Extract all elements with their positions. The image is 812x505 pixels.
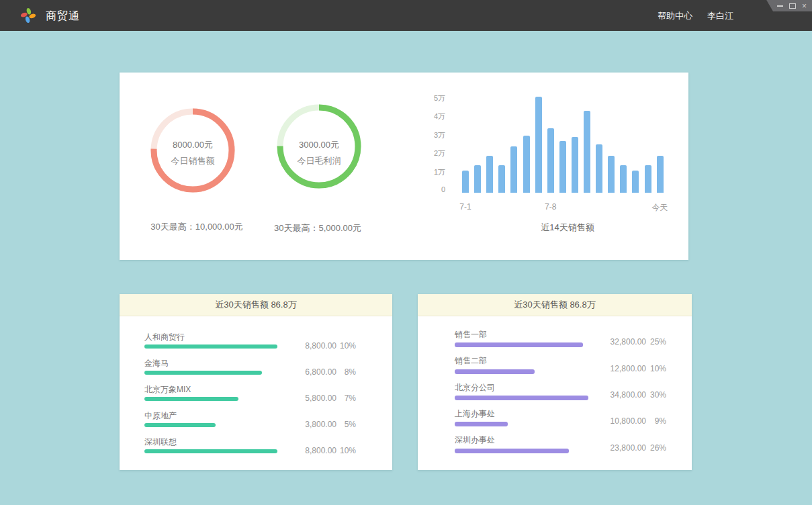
sales-14d-chart-title: 近14天销售额	[541, 222, 594, 234]
row-bar	[144, 345, 277, 349]
daily-sales-bar	[523, 136, 530, 193]
row-percent: 10%	[326, 446, 356, 455]
row-bar	[455, 369, 535, 374]
window-controls: ×	[772, 0, 812, 11]
minimize-icon[interactable]	[777, 5, 783, 7]
row-label: 上海办事处	[455, 408, 495, 420]
row-label: 北京万象MIX	[144, 384, 191, 396]
row-percent: 25%	[637, 337, 666, 347]
y-axis-tick-label: 1万	[418, 167, 445, 177]
top-customers-card-title: 近30天销售额 86.8万	[120, 294, 392, 316]
row-percent: 10%	[326, 341, 356, 351]
daily-sales-bar	[559, 141, 566, 193]
daily-sales-bar	[620, 165, 627, 193]
row-bar	[455, 342, 583, 347]
y-axis-tick-label: 4万	[418, 111, 445, 122]
today-sales-value: 8000.00元	[126, 140, 260, 150]
daily-sales-bar	[498, 165, 505, 193]
row-label: 深圳办事处	[455, 434, 495, 446]
today-profit-value: 3000.00元	[252, 140, 386, 150]
daily-sales-bar	[462, 171, 469, 193]
top-departments-card: 近30天销售额 86.8万 销售一部32,800.0025%销售二部12,800…	[418, 294, 692, 470]
row-bar	[455, 396, 588, 400]
row-percent: 9%	[637, 416, 666, 426]
x-axis-tick-label: 7-8	[545, 202, 556, 212]
y-axis-tick-label: 5万	[418, 93, 445, 103]
daily-sales-bar	[474, 165, 481, 193]
y-axis-tick-label: 2万	[418, 148, 445, 158]
row-percent: 7%	[326, 394, 356, 403]
row-bar	[144, 449, 277, 453]
row-label: 人和商贸行	[144, 332, 185, 343]
row-label: 销售二部	[455, 355, 487, 367]
daily-sales-bar	[632, 171, 639, 193]
today-overview-card: 8000.00元 今日销售额 30天最高：10,000.00元 3000.00元…	[120, 73, 688, 260]
y-axis-tick-label: 0	[418, 185, 445, 193]
app-title: 商贸通	[46, 9, 80, 24]
row-bar	[144, 397, 238, 401]
app-logo-icon	[20, 7, 36, 24]
x-axis-tick-label: 今天	[652, 202, 668, 214]
row-label: 深圳联想	[144, 437, 177, 448]
row-label: 中原地产	[144, 410, 177, 422]
daily-sales-bar	[547, 128, 554, 193]
daily-sales-bar	[584, 111, 590, 193]
titlebar: 商贸通 帮助中心 李白江 ×	[0, 0, 812, 31]
close-icon[interactable]: ×	[802, 2, 807, 10]
profit-30d-max-caption: 30天最高：5,000.00元	[230, 222, 405, 234]
x-axis-tick-label: 7-1	[459, 202, 471, 212]
daily-sales-bar	[645, 165, 651, 193]
row-percent: 30%	[637, 390, 666, 400]
row-label: 销售一部	[455, 329, 487, 340]
row-percent: 5%	[326, 420, 356, 429]
top-departments-card-title: 近30天销售额 86.8万	[418, 294, 692, 316]
help-center-link[interactable]: 帮助中心	[658, 10, 692, 22]
row-percent: 10%	[637, 364, 666, 373]
daily-sales-bar	[572, 137, 578, 193]
row-percent: 26%	[637, 443, 666, 453]
maximize-icon[interactable]	[789, 3, 796, 9]
daily-sales-bar	[535, 97, 542, 193]
today-profit-label: 今日毛利润	[252, 156, 386, 167]
row-label: 北京分公司	[455, 382, 495, 394]
daily-sales-bar	[608, 156, 615, 193]
today-sales-donut	[149, 107, 236, 194]
row-bar	[144, 371, 262, 375]
row-percent: 8%	[326, 367, 356, 377]
user-menu[interactable]: 李白江	[707, 10, 733, 22]
y-axis-tick-label: 3万	[418, 130, 445, 140]
row-label: 金海马	[144, 358, 169, 369]
daily-sales-bar	[596, 144, 602, 193]
row-bar	[455, 449, 569, 453]
today-sales-label: 今日销售额	[126, 156, 260, 167]
daily-sales-bar	[510, 146, 517, 193]
daily-sales-bar	[486, 156, 493, 193]
top-customers-card: 近30天销售额 86.8万 人和商贸行8,800.0010%金海马6,800.0…	[120, 294, 392, 470]
row-bar	[455, 422, 508, 426]
daily-sales-bar	[657, 156, 664, 193]
row-bar	[144, 423, 216, 427]
